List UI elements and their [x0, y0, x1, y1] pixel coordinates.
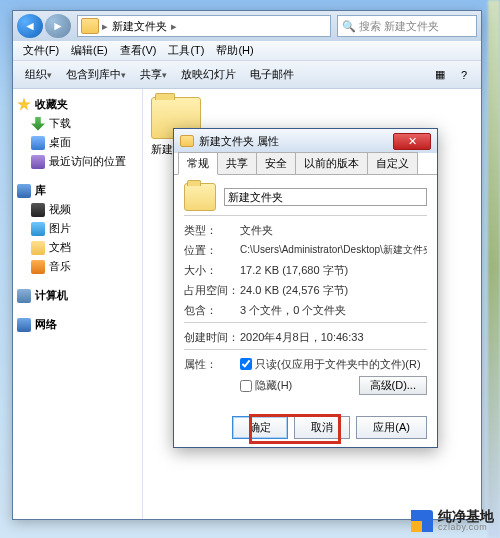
menu-file[interactable]: 文件(F) — [17, 43, 65, 58]
tab-general[interactable]: 常规 — [178, 152, 218, 175]
watermark-domain: czlaby.com — [438, 523, 494, 532]
sidebar-recent[interactable]: 最近访问的位置 — [17, 152, 138, 171]
watermark-name: 纯净基地 — [438, 509, 494, 523]
dialog-tabs: 常规 共享 安全 以前的版本 自定义 — [174, 153, 437, 175]
toolbar-view-icon[interactable]: ▦ — [429, 64, 451, 86]
computer-icon — [17, 289, 31, 303]
contains-label: 包含： — [184, 303, 240, 318]
picture-icon — [31, 222, 45, 236]
watermark: 纯净基地 czlaby.com — [411, 509, 494, 532]
music-icon — [31, 260, 45, 274]
tab-share[interactable]: 共享 — [217, 152, 257, 174]
type-value: 文件夹 — [240, 223, 427, 238]
network-icon — [17, 318, 31, 332]
star-icon — [17, 98, 31, 112]
command-bar: 组织 包含到库中 共享 放映幻灯片 电子邮件 ▦ ? — [13, 61, 481, 89]
sidebar-favorites[interactable]: 收藏夹 — [17, 95, 138, 114]
search-icon: 🔍 — [342, 20, 356, 33]
toolbar-share[interactable]: 共享 — [134, 65, 173, 84]
menu-bar: 文件(F) 编辑(E) 查看(V) 工具(T) 帮助(H) — [13, 41, 481, 61]
recent-icon — [31, 155, 45, 169]
sidebar-documents[interactable]: 文档 — [17, 238, 138, 257]
download-icon — [31, 117, 45, 131]
folder-icon — [180, 135, 194, 147]
properties-dialog: 新建文件夹 属性 ✕ 常规 共享 安全 以前的版本 自定义 类型：文件夹 位置：… — [173, 128, 438, 448]
library-icon — [17, 184, 31, 198]
created-value: 2020年4月8日，10:46:33 — [240, 330, 427, 345]
nav-forward-button[interactable]: ► — [45, 14, 71, 38]
folder-name-input[interactable] — [224, 188, 427, 206]
toolbar-slideshow[interactable]: 放映幻灯片 — [175, 65, 242, 84]
nav-back-button[interactable]: ◄ — [17, 14, 43, 38]
hidden-label: 隐藏(H) — [255, 378, 292, 393]
sidebar-music[interactable]: 音乐 — [17, 257, 138, 276]
location-value: C:\Users\Administrator\Desktop\新建文件夹 — [240, 243, 427, 257]
background-edge — [488, 0, 500, 538]
contains-value: 3 个文件，0 个文件夹 — [240, 303, 427, 318]
created-label: 创建时间： — [184, 330, 240, 345]
size-value: 17.2 KB (17,680 字节) — [240, 263, 427, 278]
toolbar-help-icon[interactable]: ? — [453, 64, 475, 86]
sidebar-libraries[interactable]: 库 — [17, 181, 138, 200]
sidebar-videos[interactable]: 视频 — [17, 200, 138, 219]
sidebar-network[interactable]: 网络 — [17, 315, 138, 334]
attributes-label: 属性： — [184, 357, 240, 372]
size-label: 大小： — [184, 263, 240, 278]
search-placeholder: 搜索 新建文件夹 — [359, 19, 439, 34]
menu-tools[interactable]: 工具(T) — [162, 43, 210, 58]
hidden-checkbox[interactable] — [240, 380, 252, 392]
disk-value: 24.0 KB (24,576 字节) — [240, 283, 427, 298]
desktop-icon — [31, 136, 45, 150]
tab-custom[interactable]: 自定义 — [367, 152, 418, 174]
folder-icon — [184, 183, 216, 211]
tab-security[interactable]: 安全 — [256, 152, 296, 174]
toolbar-organize[interactable]: 组织 — [19, 65, 58, 84]
close-button[interactable]: ✕ — [393, 133, 431, 150]
document-icon — [31, 241, 45, 255]
folder-icon — [81, 18, 99, 34]
watermark-logo — [411, 510, 433, 532]
menu-view[interactable]: 查看(V) — [114, 43, 163, 58]
readonly-checkbox[interactable] — [240, 358, 252, 370]
search-box[interactable]: 🔍 搜索 新建文件夹 — [337, 15, 477, 37]
explorer-titlebar: ◄ ► ▸ 新建文件夹 ▸ 🔍 搜索 新建文件夹 — [13, 11, 481, 41]
sidebar-pictures[interactable]: 图片 — [17, 219, 138, 238]
menu-edit[interactable]: 编辑(E) — [65, 43, 114, 58]
annotation-highlight — [249, 414, 341, 444]
breadcrumb-folder[interactable]: 新建文件夹 — [108, 19, 171, 34]
toolbar-email[interactable]: 电子邮件 — [244, 65, 300, 84]
breadcrumb-sep2: ▸ — [171, 20, 177, 33]
nav-pane: 收藏夹 下载 桌面 最近访问的位置 库 视频 图片 文档 音乐 计算机 网络 — [13, 89, 143, 519]
video-icon — [31, 203, 45, 217]
disk-label: 占用空间： — [184, 283, 240, 298]
sidebar-computer[interactable]: 计算机 — [17, 286, 138, 305]
apply-button[interactable]: 应用(A) — [356, 416, 427, 439]
tab-previous[interactable]: 以前的版本 — [295, 152, 368, 174]
toolbar-include[interactable]: 包含到库中 — [60, 65, 132, 84]
sidebar-desktop[interactable]: 桌面 — [17, 133, 138, 152]
dialog-titlebar[interactable]: 新建文件夹 属性 ✕ — [174, 129, 437, 153]
menu-help[interactable]: 帮助(H) — [210, 43, 259, 58]
address-bar[interactable]: ▸ 新建文件夹 ▸ — [77, 15, 331, 37]
readonly-label: 只读(仅应用于文件夹中的文件)(R) — [255, 357, 421, 372]
dialog-title: 新建文件夹 属性 — [199, 134, 393, 149]
advanced-button[interactable]: 高级(D)... — [359, 376, 427, 395]
type-label: 类型： — [184, 223, 240, 238]
location-label: 位置： — [184, 243, 240, 258]
sidebar-downloads[interactable]: 下载 — [17, 114, 138, 133]
